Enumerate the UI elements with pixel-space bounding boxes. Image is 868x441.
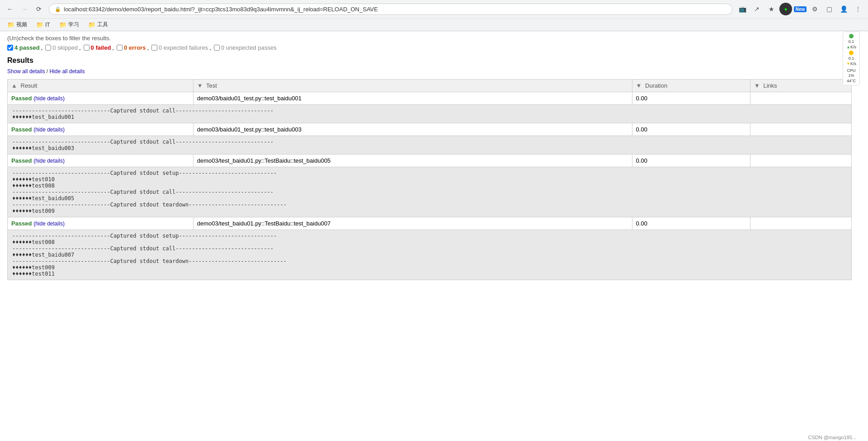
hide-all-details-link[interactable]: Hide all details (49, 68, 85, 75)
col-header-result[interactable]: ▲ Result (8, 80, 193, 92)
comma4: , (147, 44, 149, 51)
output-row: ------------------------------Captured s… (8, 167, 852, 217)
cell-test: demo03/test_baidu01.py::TestBaidu::test_… (193, 217, 632, 230)
output-row: ------------------------------Captured s… (8, 230, 852, 280)
bookmark-item-videos[interactable]: 📁 视频 (4, 20, 31, 29)
bookmark-label-it: IT (45, 22, 50, 28)
results-table: ▲ Result ▼ Test ▼ Duration ▼ Links Passe… (7, 79, 852, 280)
cast-icon[interactable]: 📺 (736, 3, 749, 15)
cell-links (750, 155, 851, 167)
new-badge: New (794, 6, 807, 12)
col-header-links[interactable]: ▼ Links (750, 80, 851, 92)
checkbox-skipped[interactable] (45, 45, 51, 51)
col-header-duration[interactable]: ▼ Duration (632, 80, 750, 92)
checkbox-errors[interactable] (117, 45, 123, 51)
bookmark-star-icon[interactable]: ★ (765, 3, 778, 15)
output-row: ------------------------------Captured s… (8, 105, 852, 123)
col-header-test[interactable]: ▼ Test (193, 80, 632, 92)
folder-icon: 📁 (59, 21, 66, 28)
status-badge: Passed (11, 95, 32, 102)
bookmark-label-tools: 工具 (97, 21, 108, 28)
toolbar-icons: 📺 ↗ ★ ● New ⚙ ▢ 👤 ⋮ (736, 3, 864, 15)
bookmark-item-it[interactable]: 📁 IT (33, 20, 54, 29)
address-bar[interactable]: 🔒 localhost:63342/demo/demo03/report_bai… (49, 4, 732, 15)
filter-unexpected: 0 unexpected passes (214, 44, 277, 51)
comma5: , (209, 44, 211, 51)
comma3: , (112, 44, 114, 51)
page-subtitle: (Un)check the boxes to filter the result… (7, 35, 852, 42)
hide-details-link[interactable]: (hide details) (33, 95, 65, 102)
output-content[interactable]: ------------------------------Captured s… (8, 136, 851, 154)
show-all-details-link[interactable]: Show all details (7, 68, 45, 75)
output-cell: ------------------------------Captured s… (8, 230, 852, 280)
table-row: Passed (hide details)demo03/baidu01_test… (8, 92, 852, 105)
back-button[interactable]: ← (4, 3, 16, 15)
sort-arrow-test: ▼ (197, 82, 203, 89)
sort-arrow-duration: ▼ (636, 82, 642, 89)
bookmark-item-learning[interactable]: 📁 学习 (56, 20, 83, 29)
cell-result: Passed (hide details) (8, 123, 193, 136)
cell-result: Passed (hide details) (8, 92, 193, 105)
cell-result: Passed (hide details) (8, 217, 193, 230)
col-label-links: Links (763, 82, 777, 89)
filter-failed-count: 0 failed (91, 44, 111, 51)
output-content[interactable]: ------------------------------Captured s… (8, 105, 851, 123)
status-badge: Passed (11, 157, 32, 164)
status-badge: Passed (11, 220, 32, 227)
filter-line: 4 passed, 0 skipped, 0 failed, 0 errors,… (7, 44, 852, 51)
filter-unexpected-count: 0 unexpected passes (221, 44, 277, 51)
folder-icon: 📁 (36, 21, 43, 28)
forward-button[interactable]: → (18, 3, 31, 15)
cell-test: demo03/baidu01_test.py::test_baidu003 (193, 123, 632, 136)
detail-links: Show all details / Hide all details (7, 68, 852, 75)
folder-icon: 📁 (7, 21, 14, 28)
cell-duration: 0.00 (632, 217, 750, 230)
bookmarks-bar: 📁 视频 📁 IT 📁 学习 📁 工具 (0, 18, 868, 31)
hide-details-link[interactable]: (hide details) (33, 127, 65, 133)
output-cell: ------------------------------Captured s… (8, 167, 852, 217)
account-icon[interactable]: 👤 (837, 3, 850, 15)
output-content[interactable]: ------------------------------Captured s… (8, 167, 851, 217)
hide-details-link[interactable]: (hide details) (33, 158, 65, 164)
lock-icon: 🔒 (55, 6, 61, 12)
output-content[interactable]: ------------------------------Captured s… (8, 230, 851, 280)
comma2: , (79, 44, 81, 51)
output-cell: ------------------------------Captured s… (8, 136, 852, 155)
browser-toolbar: ← → ⟳ 🔒 localhost:63342/demo/demo03/repo… (0, 0, 868, 18)
results-heading: Results (7, 56, 852, 65)
share-icon[interactable]: ↗ (750, 3, 763, 15)
filter-errors: 0 errors, (117, 44, 149, 51)
table-row: Passed (hide details)demo03/test_baidu01… (8, 217, 852, 230)
hide-details-link[interactable]: (hide details) (33, 220, 65, 227)
cell-duration: 0.00 (632, 155, 750, 167)
col-label-duration: Duration (645, 82, 667, 89)
monitor-widget: 0.1 ▲K/s 0.1 ▼K/s CPU1% 44°C (843, 32, 860, 85)
checkbox-failed[interactable] (84, 45, 90, 51)
new-tab-button[interactable]: New (794, 3, 807, 15)
cell-links (750, 92, 851, 105)
table-row: Passed (hide details)demo03/baidu01_test… (8, 123, 852, 136)
menu-icon[interactable]: ⋮ (852, 3, 864, 15)
filter-skipped-count: 0 skipped (52, 44, 78, 51)
output-row: ------------------------------Captured s… (8, 136, 852, 155)
extension-icon[interactable]: ● (779, 3, 792, 15)
cpu-value: CPU1% (844, 68, 859, 79)
reload-button[interactable]: ⟳ (33, 3, 45, 15)
status-badge: Passed (11, 126, 32, 133)
net-down-indicator (849, 51, 854, 55)
bookmark-item-tools[interactable]: 📁 工具 (85, 20, 112, 29)
address-text: localhost:63342/demo/demo03/report_baidu… (64, 6, 726, 13)
net-up-indicator (849, 34, 854, 38)
checkbox-passed[interactable] (7, 45, 13, 51)
filter-failed: 0 failed, (84, 44, 114, 51)
checkbox-unexpected[interactable] (214, 45, 220, 51)
checkbox-expected[interactable] (151, 45, 157, 51)
net-down-value: 0.1 ▼K/s (844, 56, 859, 66)
puzzle-icon[interactable]: ⚙ (808, 3, 821, 15)
cell-links (750, 217, 851, 230)
window-icon[interactable]: ▢ (823, 3, 835, 15)
cell-test: demo03/baidu01_test.py::test_baidu001 (193, 92, 632, 105)
table-row: Passed (hide details)demo03/test_baidu01… (8, 155, 852, 167)
output-cell: ------------------------------Captured s… (8, 105, 852, 123)
page-content: (Un)check the boxes to filter the result… (0, 31, 859, 284)
